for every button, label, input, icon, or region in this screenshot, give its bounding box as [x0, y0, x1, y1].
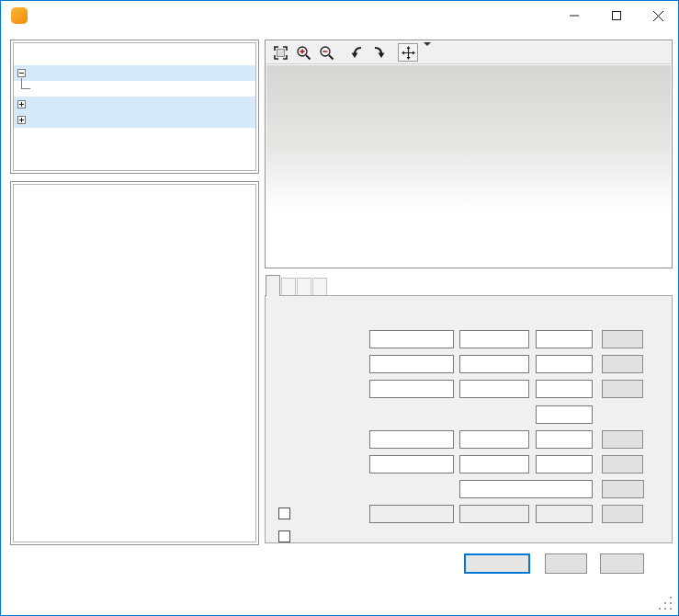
- end-webs-select-button[interactable]: [602, 380, 643, 398]
- top-chord-material-field[interactable]: [536, 330, 593, 348]
- maximize-icon: [612, 11, 621, 20]
- show-only-profiles-checkbox[interactable]: [278, 530, 290, 542]
- close-icon: [653, 11, 663, 21]
- rotate-ccw-icon: [372, 45, 387, 60]
- tyes-code-field[interactable]: [369, 455, 454, 473]
- tree-item-australian-standard-trusses[interactable]: [14, 65, 255, 81]
- refresh-button[interactable]: [602, 480, 644, 498]
- bottom-chord-select-button[interactable]: [602, 355, 643, 373]
- tab-rules-2[interactable]: [297, 278, 311, 295]
- truss-viewer-panel: [265, 40, 673, 268]
- profile-data-page: [265, 295, 673, 543]
- offset-input[interactable]: [459, 480, 593, 498]
- app-icon: [11, 7, 28, 24]
- tab-rules[interactable]: [281, 278, 296, 295]
- zoom-extents-icon: [273, 45, 289, 61]
- tyes-material-field[interactable]: [536, 455, 593, 473]
- viewer-toolbar: [266, 41, 671, 64]
- end-webs-material-field[interactable]: [536, 380, 593, 398]
- webs-library-field[interactable]: [459, 430, 529, 449]
- truss-drawing: [266, 65, 673, 269]
- rotate-cw-icon: [349, 45, 364, 60]
- tree-item-howick-h400-truss-library[interactable]: [14, 112, 255, 128]
- tyes-select-button[interactable]: [602, 455, 643, 473]
- end-webs-code-field[interactable]: [369, 380, 454, 398]
- zoom-out-icon: [319, 45, 334, 61]
- tree-item-other[interactable]: [14, 81, 255, 97]
- tree-connector: [21, 78, 30, 89]
- library-tree-panel: [10, 40, 259, 174]
- apex-library-field[interactable]: [459, 505, 529, 523]
- top-chord-select-button[interactable]: [602, 330, 643, 348]
- webs-code-field[interactable]: [369, 430, 454, 449]
- minimize-button[interactable]: [553, 2, 595, 29]
- truss-structure-dialog: [0, 0, 679, 616]
- apex-select-button[interactable]: [602, 505, 643, 523]
- tyes-library-field[interactable]: [459, 455, 529, 473]
- collapse-icon[interactable]: [17, 69, 26, 77]
- rotate-cw-button[interactable]: [346, 43, 367, 62]
- pan-button[interactable]: [398, 43, 418, 62]
- help-button[interactable]: [600, 553, 644, 574]
- webs-select-button[interactable]: [602, 430, 643, 449]
- zoom-out-button[interactable]: [316, 43, 336, 62]
- tree-item-howick-truss-library[interactable]: [14, 97, 255, 112]
- zoom-in-button[interactable]: [293, 43, 313, 62]
- pan-dropdown-button[interactable]: [421, 46, 431, 59]
- min-end-web-input[interactable]: [536, 405, 593, 424]
- minimize-icon: [570, 11, 579, 20]
- bottom-chord-code-field[interactable]: [369, 355, 454, 373]
- close-button[interactable]: [637, 2, 679, 29]
- zoom-in-icon: [296, 45, 311, 61]
- ok-button[interactable]: [464, 553, 530, 574]
- apex-material-field[interactable]: [536, 505, 593, 523]
- resize-grip[interactable]: [659, 597, 672, 610]
- tab-profile-data[interactable]: [266, 275, 280, 296]
- expand-icon[interactable]: [17, 100, 26, 108]
- tab-spacing[interactable]: [312, 278, 327, 295]
- top-chord-code-field[interactable]: [369, 330, 454, 348]
- detail-list-panel[interactable]: [10, 181, 259, 545]
- chevron-down-icon: [424, 42, 431, 59]
- apex-code-field[interactable]: [369, 505, 454, 523]
- bottom-chord-library-field[interactable]: [459, 355, 529, 373]
- truss-drawing-area[interactable]: [266, 65, 671, 267]
- maximize-button[interactable]: [595, 2, 638, 29]
- tab-strip: [266, 275, 328, 295]
- top-chord-library-field[interactable]: [459, 330, 529, 348]
- pan-icon: [402, 46, 415, 60]
- expand-icon[interactable]: [17, 116, 26, 124]
- bottom-chord-material-field[interactable]: [536, 355, 593, 373]
- tab-control: [265, 273, 673, 545]
- title-bar[interactable]: [1, 1, 678, 29]
- library-tree: [14, 43, 255, 170]
- cancel-button[interactable]: [545, 553, 587, 574]
- rotate-ccw-button[interactable]: [369, 43, 390, 62]
- apex-joint-checkbox[interactable]: [278, 508, 290, 519]
- zoom-extents-button[interactable]: [270, 43, 290, 62]
- end-webs-library-field[interactable]: [459, 380, 529, 398]
- webs-material-field[interactable]: [536, 430, 593, 449]
